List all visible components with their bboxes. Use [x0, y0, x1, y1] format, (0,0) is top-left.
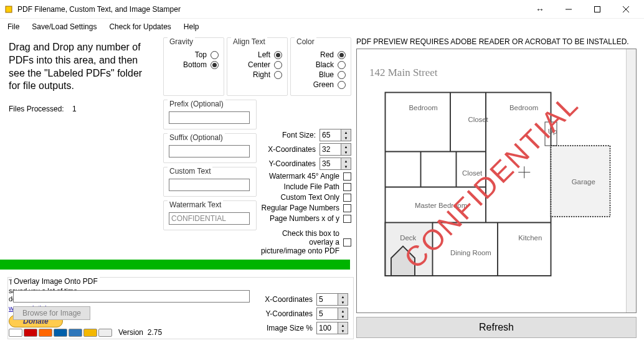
- menu-help[interactable]: Help: [184, 22, 199, 31]
- xcoord-spinner[interactable]: ▲▼: [320, 143, 351, 156]
- refresh-button[interactable]: Refresh: [356, 317, 637, 338]
- overlay-y-label: Y-Coordinates: [255, 309, 313, 318]
- angle-checkbox[interactable]: [343, 172, 351, 181]
- color-green-label: Green: [313, 80, 334, 89]
- overlay-size-input[interactable]: [316, 322, 338, 334]
- prefix-label: Prefix (Optional): [168, 100, 225, 108]
- pxy-label: Page Numbers x of y: [260, 214, 339, 223]
- align-left-radio[interactable]: [274, 51, 282, 59]
- gravity-label: Gravity: [168, 37, 195, 46]
- files-processed: Files Processed: 1: [9, 103, 152, 114]
- files-processed-count: 1: [72, 105, 77, 113]
- custom-text-input[interactable]: [169, 179, 250, 191]
- svg-text:Up: Up: [548, 128, 557, 135]
- align-center-label: Center: [248, 60, 270, 69]
- app-icon: [4, 4, 14, 14]
- pxy-checkbox[interactable]: [343, 215, 351, 223]
- overlay-label: Overlay Image Onto PDF: [12, 277, 100, 286]
- suffix-group: Suffix (Optional): [163, 133, 257, 163]
- color-green-radio[interactable]: [338, 81, 346, 89]
- ctonly-checkbox[interactable]: [343, 194, 351, 202]
- overlay-x-label: X-Coordinates: [255, 295, 313, 304]
- ycoord-input[interactable]: [320, 157, 341, 170]
- includepath-checkbox[interactable]: [343, 183, 351, 191]
- svg-rect-0: [6, 6, 12, 12]
- xcoord-label: X-Coordinates: [260, 145, 316, 154]
- overlaychk-label: Check this box to overlay apicture/image…: [260, 229, 339, 255]
- svg-text:Kitchen: Kitchen: [518, 234, 542, 242]
- suffix-input[interactable]: [169, 145, 250, 157]
- browse-image-button[interactable]: Browse for Image: [13, 306, 90, 320]
- close-button[interactable]: [612, 0, 640, 19]
- align-center-radio[interactable]: [274, 61, 282, 69]
- preview-pane: PDF PREVIEW REQUIRES ADOBE READER OR ACR…: [354, 35, 644, 343]
- menu-file[interactable]: File: [7, 22, 19, 31]
- watermark-text-input[interactable]: [169, 212, 250, 225]
- watermark-text-label: Watermark Text: [168, 200, 223, 209]
- regpages-checkbox[interactable]: [343, 204, 351, 212]
- minimize-button[interactable]: [554, 0, 583, 19]
- menu-save-load[interactable]: Save/Load Settings: [32, 22, 97, 31]
- settings-pane: Gravity Top Bottom Align Text Left Cente…: [161, 35, 354, 343]
- custom-text-group: Custom Text: [163, 167, 257, 197]
- preview-frame: 142 Main Street: [356, 49, 637, 313]
- color-group: Color Red Black Blue Green: [290, 37, 351, 96]
- color-blue-radio[interactable]: [338, 71, 346, 79]
- svg-rect-2: [595, 6, 600, 12]
- color-red-radio[interactable]: [338, 51, 346, 59]
- progress-bar: [0, 260, 350, 270]
- overlay-y-input[interactable]: [316, 308, 338, 320]
- ycoord-spinner[interactable]: ▲▼: [320, 157, 351, 170]
- preview-scrollbar[interactable]: [626, 49, 636, 312]
- suffix-label: Suffix (Optional): [168, 133, 225, 142]
- gravity-bottom-radio[interactable]: [211, 61, 219, 69]
- overlay-x-spinner[interactable]: ▲▼: [316, 293, 348, 306]
- align-group: Align Text Left Center Right: [227, 37, 288, 96]
- svg-text:Bedroom: Bedroom: [509, 104, 538, 111]
- font-size-input[interactable]: [320, 129, 341, 141]
- floorplan-title: 142 Main Street: [369, 67, 613, 79]
- align-right-radio[interactable]: [274, 71, 282, 79]
- preview-document: 142 Main Street: [357, 49, 626, 312]
- menu-check-updates[interactable]: Check for Updates: [109, 22, 171, 31]
- maximize-button[interactable]: [583, 0, 612, 19]
- gravity-bottom-label: Bottom: [183, 60, 207, 69]
- resize-handle-icon[interactable]: ↔: [526, 0, 554, 19]
- prefix-group: Prefix (Optional): [163, 100, 257, 129]
- overlay-path-input[interactable]: [13, 290, 250, 303]
- gravity-group: Gravity Top Bottom: [163, 37, 224, 96]
- menubar: File Save/Load Settings Check for Update…: [0, 19, 644, 35]
- font-size-label: Font Size:: [260, 131, 316, 139]
- color-label: Color: [295, 37, 316, 46]
- regpages-label: Regular Page Numbers: [260, 204, 339, 212]
- color-red-label: Red: [320, 50, 334, 59]
- preview-message: PDF PREVIEW REQUIRES ADOBE READER OR ACR…: [356, 37, 637, 46]
- ctonly-label: Custom Text Only: [260, 193, 339, 202]
- svg-text:Master Bedroom: Master Bedroom: [415, 202, 467, 209]
- align-left-label: Left: [258, 50, 270, 59]
- overlay-checkbox[interactable]: [343, 238, 351, 247]
- xcoord-input[interactable]: [320, 143, 341, 156]
- color-black-label: Black: [316, 60, 334, 69]
- files-processed-label: Files Processed:: [9, 105, 64, 113]
- overlay-x-input[interactable]: [316, 293, 338, 306]
- angle-label: Watermark 45° Angle: [260, 172, 339, 181]
- overlay-y-spinner[interactable]: ▲▼: [316, 308, 348, 320]
- align-label: Align Text: [231, 37, 267, 46]
- svg-text:Deck: Deck: [400, 234, 416, 242]
- gravity-top-radio[interactable]: [211, 51, 219, 59]
- color-black-radio[interactable]: [338, 61, 346, 69]
- svg-text:Bedroom: Bedroom: [409, 104, 438, 111]
- overlay-size-spinner[interactable]: ▲▼: [316, 322, 348, 334]
- overlay-group: Overlay Image Onto PDF Browse for Image …: [7, 277, 354, 339]
- svg-text:Dining Room: Dining Room: [450, 249, 491, 256]
- floorplan-svg: Bedroom Bedroom Closet Closet Up Garage …: [379, 87, 616, 288]
- ycoord-label: Y-Coordinates: [260, 159, 316, 168]
- includepath-label: Include File Path: [260, 182, 339, 191]
- custom-text-label: Custom Text: [168, 167, 212, 176]
- prefix-input[interactable]: [169, 111, 250, 124]
- font-size-spinner[interactable]: ▲▼: [320, 129, 351, 141]
- align-right-label: Right: [253, 70, 270, 79]
- overlay-size-label: Image Size %: [255, 324, 313, 332]
- gravity-top-label: Top: [195, 50, 207, 59]
